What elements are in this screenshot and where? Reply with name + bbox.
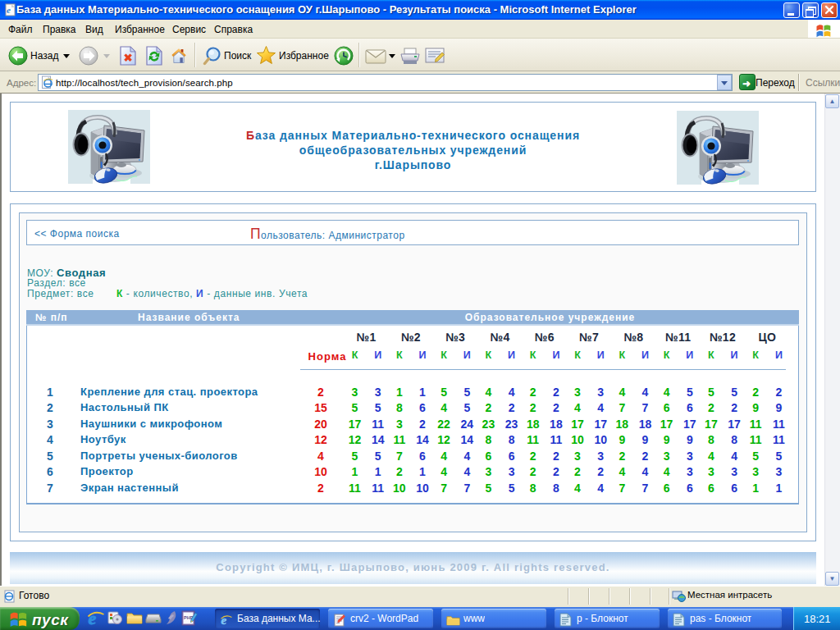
svg-text:e: e: [221, 614, 227, 627]
svg-text:e: e: [89, 608, 97, 628]
svg-text:e: e: [7, 5, 11, 15]
